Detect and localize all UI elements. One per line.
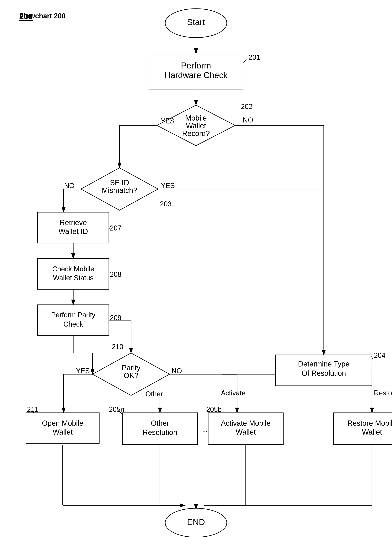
svg-text:Perform: Perform xyxy=(181,61,211,70)
svg-text:205b: 205b xyxy=(206,405,222,413)
svg-text:205n: 205n xyxy=(109,405,124,413)
svg-text:Mismatch?: Mismatch? xyxy=(102,186,137,195)
svg-text:Resolution: Resolution xyxy=(143,428,177,437)
svg-text:Of Resolution: Of Resolution xyxy=(302,369,346,377)
svg-text:Hardware Check: Hardware Check xyxy=(164,70,228,80)
svg-text:Start: Start xyxy=(187,17,205,27)
svg-text:Determine Type: Determine Type xyxy=(298,360,350,368)
svg-text:Check: Check xyxy=(63,320,83,328)
svg-text:Perform Parity: Perform Parity xyxy=(51,311,95,319)
svg-text:Activate: Activate xyxy=(221,389,246,397)
svg-text:Other: Other xyxy=(151,419,169,427)
svg-text:202: 202 xyxy=(241,103,252,110)
svg-text:Mobile: Mobile xyxy=(185,114,207,122)
svg-text:200: 200 xyxy=(19,12,33,21)
svg-text:Wallet Status: Wallet Status xyxy=(53,274,94,282)
svg-text:YES: YES xyxy=(76,367,90,375)
svg-text:Restore: Restore xyxy=(374,389,392,397)
svg-text:OK?: OK? xyxy=(124,371,138,380)
svg-text:YES: YES xyxy=(161,117,175,125)
flowchart-diagram: Flowchart 200 Start Perform Hardware Che… xyxy=(0,0,392,537)
svg-text:NO: NO xyxy=(64,182,75,190)
svg-text:211: 211 xyxy=(27,405,38,413)
svg-text:Wallet: Wallet xyxy=(53,428,73,436)
svg-text:Check Mobile: Check Mobile xyxy=(52,265,94,273)
svg-text:201: 201 xyxy=(249,53,260,61)
svg-text:204: 204 xyxy=(374,352,385,359)
svg-text:Parity: Parity xyxy=(121,364,140,372)
svg-text:Wallet ID: Wallet ID xyxy=(59,228,88,236)
svg-text:Wallet: Wallet xyxy=(362,428,382,436)
svg-text:207: 207 xyxy=(110,224,121,232)
svg-text:209: 209 xyxy=(110,314,121,322)
svg-text:208: 208 xyxy=(110,271,121,278)
svg-text:Other: Other xyxy=(145,390,163,398)
svg-text:SE ID: SE ID xyxy=(110,179,129,187)
svg-text:203: 203 xyxy=(160,200,172,208)
svg-text:NO: NO xyxy=(172,367,182,375)
svg-text:Activate Mobile: Activate Mobile xyxy=(221,419,271,427)
svg-line-8 xyxy=(243,59,248,63)
svg-text:Restore Mobile: Restore Mobile xyxy=(347,419,392,427)
svg-text:NO: NO xyxy=(243,116,253,124)
svg-text:YES: YES xyxy=(161,182,175,190)
svg-text:Retrieve: Retrieve xyxy=(60,219,87,227)
svg-text:Wallet: Wallet xyxy=(236,428,256,436)
svg-text:210: 210 xyxy=(112,343,123,351)
svg-text:Wallet: Wallet xyxy=(186,122,206,130)
svg-text:Open Mobile: Open Mobile xyxy=(42,419,83,427)
svg-text:Record?: Record? xyxy=(182,129,210,138)
svg-text:END: END xyxy=(187,517,205,527)
